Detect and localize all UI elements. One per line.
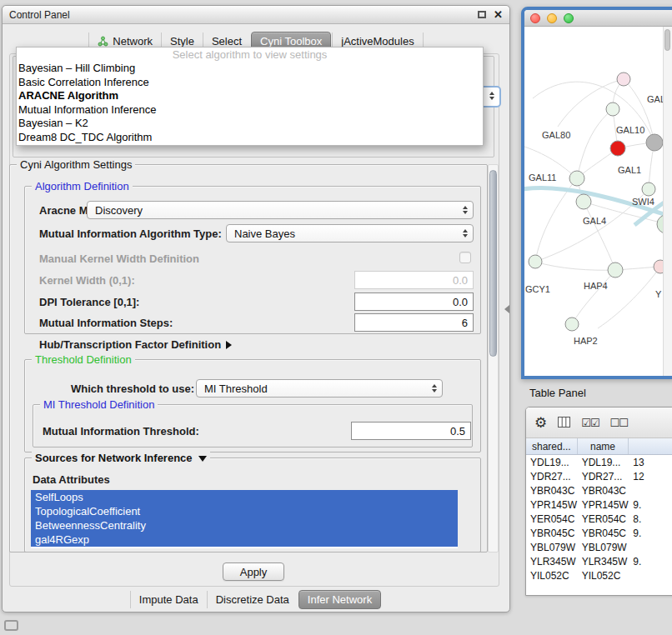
hub-definition-expander[interactable]: Hub/Transcription Factor Definition — [39, 338, 232, 352]
hub-definition-label: Hub/Transcription Factor Definition — [39, 338, 221, 352]
algorithm-option-bayesian-hill-climbing[interactable]: Bayesian – Hill Climbing — [17, 62, 483, 76]
tab-label: Network — [113, 35, 153, 48]
network-edge[interactable] — [598, 267, 660, 328]
network-edge[interactable] — [584, 202, 615, 270]
table-cell: 9. — [629, 556, 672, 568]
table-header-row: shared...name — [526, 438, 672, 455]
table-body: YDL19...YDL19...13YDR27...YDR27...12YBR0… — [526, 455, 672, 582]
table-cell: YBR045C — [578, 528, 629, 539]
column-header-shared[interactable]: shared... — [526, 438, 578, 454]
network-node[interactable] — [654, 260, 663, 273]
table-row[interactable]: YDR27...YDR27...12 — [526, 469, 672, 483]
control-panel-titlebar[interactable]: Control Panel ✕ — [3, 6, 509, 24]
network-edge[interactable] — [535, 262, 615, 270]
node-label: HAP4 — [584, 281, 608, 291]
close-icon[interactable]: ✕ — [494, 9, 503, 20]
node-label: GAL80 — [542, 130, 570, 140]
algorithm-dropdown-popup: Select algorithm to view settings Bayesi… — [16, 47, 484, 146]
data-attributes-list: SelfLoopsTopologicalCoefficientBetweenne… — [31, 490, 458, 548]
mi-steps-input[interactable]: 6 — [354, 313, 474, 332]
attribute-item-gal4rgexp[interactable]: gal4RGexp — [31, 532, 458, 547]
attribute-item-betweennesscentrality[interactable]: BetweennessCentrality — [31, 518, 458, 532]
mi-threshold-definition-title: MI Threshold Definition — [40, 398, 158, 411]
network-window-titlebar[interactable] — [524, 10, 672, 27]
network-node[interactable] — [657, 215, 663, 233]
network-canvas[interactable]: GAL80GAL80GAL10GAL11GAL1SWI4GAL4GCY1HAP4… — [524, 27, 672, 376]
gear-icon[interactable]: ⚙ — [534, 416, 547, 430]
table-row[interactable]: YPR145WYPR145W9. — [526, 498, 672, 512]
table-panel-window: ⚙ ☑☑ ☐☐ shared...name YDL19...YDL19...13… — [525, 407, 672, 596]
columns-icon[interactable] — [558, 416, 570, 430]
network-node[interactable] — [617, 72, 630, 86]
aracne-mode-select[interactable]: Discovery — [87, 201, 474, 219]
algorithm-option-aracne-algorithm[interactable]: ARACNE Algorithm — [17, 89, 483, 103]
algorithm-option-bayesian-k2[interactable]: Bayesian – K2 — [17, 117, 483, 131]
network-icon — [98, 36, 108, 47]
bottom-tab-impute-data[interactable]: Impute Data — [130, 591, 207, 608]
table-row[interactable]: YLR345WYLR345W9. — [526, 554, 672, 568]
settings-scrollbar-thumb[interactable] — [489, 170, 497, 357]
table-cell: YER054C — [526, 513, 578, 525]
zoom-traffic-light-icon[interactable] — [564, 13, 574, 23]
select-all-icon[interactable]: ☑☑ — [581, 418, 599, 428]
attribute-item-topologicalcoefficient[interactable]: TopologicalCoefficient — [31, 504, 458, 518]
close-traffic-light-icon[interactable] — [530, 13, 540, 23]
settings-scrollbar[interactable] — [488, 164, 499, 552]
mi-threshold-input[interactable]: 0.5 — [351, 422, 471, 440]
which-threshold-select[interactable]: MI Threshold — [196, 379, 443, 398]
network-node[interactable] — [529, 255, 542, 268]
network-scrollbar-thumb[interactable] — [664, 29, 670, 51]
column-header-extra[interactable] — [629, 438, 672, 454]
column-header-name[interactable]: name — [578, 438, 629, 454]
network-view-window[interactable]: GAL80GAL80GAL10GAL11GAL1SWI4GAL4GCY1HAP4… — [521, 7, 672, 379]
panel-collapse-icon[interactable] — [504, 305, 509, 313]
tab-label: Cyni Toolbox — [260, 35, 322, 48]
float-window-icon[interactable] — [478, 11, 486, 18]
network-edge[interactable] — [577, 109, 613, 178]
network-node[interactable] — [608, 262, 623, 278]
node-label: GAL11 — [529, 172, 556, 182]
mi-algorithm-type-label: Mutual Information Algorithm Type: — [39, 228, 222, 241]
network-node[interactable] — [646, 134, 663, 151]
bottom-tab-infer-network[interactable]: Infer Network — [298, 590, 381, 609]
algorithm-option-list: Bayesian – Hill ClimbingBasic Correlatio… — [17, 62, 483, 144]
minimized-panel-icon[interactable] — [4, 620, 18, 631]
network-node[interactable] — [569, 171, 584, 186]
network-node[interactable] — [610, 141, 625, 156]
network-node[interactable] — [565, 318, 579, 331]
manual-kernel-width-checkbox[interactable] — [459, 252, 471, 263]
combo-arrows-icon — [463, 229, 468, 238]
network-node[interactable] — [642, 182, 655, 196]
dpi-tolerance-input[interactable]: 0.0 — [354, 292, 474, 311]
network-scrollbar[interactable] — [663, 27, 672, 376]
algorithm-option-dream8-dc-tdc-algorithm[interactable]: Dream8 DC_TDC Algorithm — [17, 131, 483, 145]
table-row[interactable]: YBL079WYBL079W — [526, 540, 672, 554]
table-row[interactable]: YBR043CYBR043C — [526, 483, 672, 498]
table-row[interactable]: YER054CYER054C8. — [526, 512, 672, 526]
bottom-tab-bar: Impute DataDiscretize DataInfer Network — [3, 589, 509, 609]
mi-algorithm-type-select[interactable]: Naive Bayes — [226, 224, 474, 242]
apply-button[interactable]: Apply — [223, 562, 284, 581]
combo-arrows-icon — [432, 384, 437, 392]
bottom-tab-discretize-data[interactable]: Discretize Data — [207, 591, 298, 608]
table-cell: YDL19... — [526, 457, 578, 468]
deselect-all-icon[interactable]: ☐☐ — [610, 418, 628, 428]
table-row[interactable]: YDL19...YDL19...13 — [526, 455, 672, 469]
kernel-width-input[interactable]: 0.0 — [354, 271, 474, 289]
mi-threshold-label: Mutual Information Threshold: — [43, 425, 199, 438]
sources-title[interactable]: Sources for Network Inference — [32, 452, 210, 464]
network-edge[interactable] — [572, 270, 615, 324]
algorithm-option-basic-correlation-inference[interactable]: Basic Correlation Inference — [17, 76, 483, 90]
table-cell: YBR043C — [578, 485, 629, 497]
algorithm-option-mutual-information-inference[interactable]: Mutual Information Inference — [17, 103, 483, 118]
node-label: Y — [655, 289, 662, 299]
table-row[interactable]: YIL052CYIL052C — [526, 568, 672, 582]
table-row[interactable]: YBR045CYBR045C9. — [526, 526, 672, 540]
network-node[interactable] — [576, 194, 591, 209]
attribute-item-selfloops[interactable]: SelfLoops — [31, 490, 458, 504]
table-cell: YIL052C — [578, 570, 629, 582]
minimize-traffic-light-icon[interactable] — [547, 13, 557, 23]
network-node[interactable] — [606, 102, 619, 116]
table-cell: YBL079W — [578, 542, 629, 553]
node-label: HAP2 — [574, 336, 598, 346]
